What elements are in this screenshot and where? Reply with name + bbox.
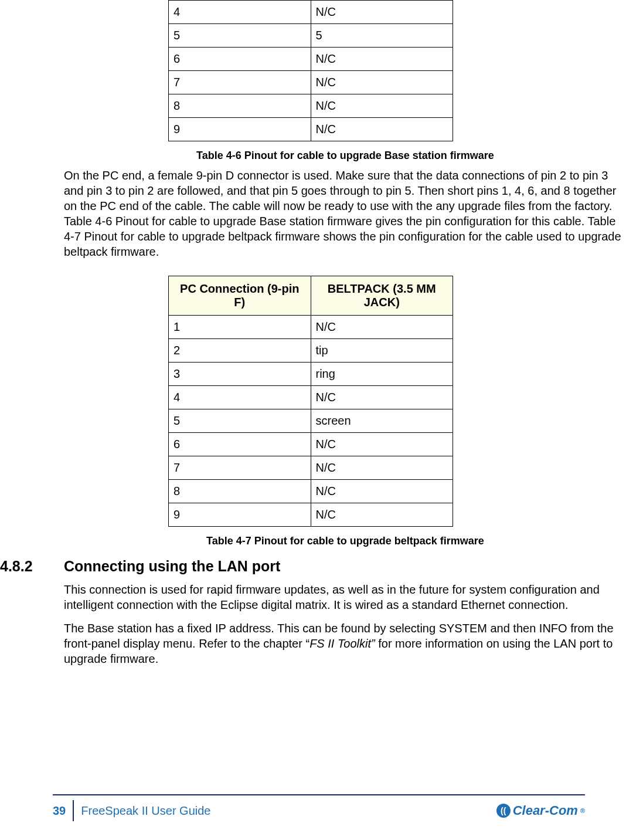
- table-row: 7N/C: [169, 456, 453, 480]
- section-p2-italic: FS II Toolkit”: [309, 637, 375, 650]
- table-cell: N/C: [311, 71, 453, 94]
- table-cell: N/C: [311, 386, 453, 409]
- section-number: 4.8.2: [0, 558, 64, 575]
- table-cell: 5: [169, 409, 311, 433]
- table-cell: N/C: [311, 1, 453, 24]
- table-cell: 8: [169, 480, 311, 503]
- table-cell: 6: [169, 48, 311, 71]
- table-cell: 9: [169, 118, 311, 141]
- table-cell: ring: [311, 363, 453, 386]
- table-cell: 1: [169, 316, 311, 339]
- table-row: 6N/C: [169, 433, 453, 456]
- table-cell: N/C: [311, 316, 453, 339]
- table-cell: 7: [169, 71, 311, 94]
- page-number: 39: [53, 800, 74, 821]
- table-row: 4N/C: [169, 386, 453, 409]
- registered-mark: ®: [580, 807, 585, 814]
- table-row: 9N/C: [169, 118, 453, 141]
- table-row: 8N/C: [169, 480, 453, 503]
- section-paragraph-2: The Base station has a fixed IP address.…: [64, 621, 626, 666]
- table-row: 1N/C: [169, 316, 453, 339]
- table-row: 8N/C: [169, 94, 453, 118]
- section-title: Connecting using the LAN port: [64, 558, 280, 575]
- brand-logo: (( Clear-Com®: [496, 803, 585, 818]
- table-cell: 5: [311, 24, 453, 48]
- guide-title: FreeSpeak II User Guide: [74, 804, 210, 818]
- table-cell: N/C: [311, 503, 453, 527]
- table-row: 9N/C: [169, 503, 453, 527]
- table-cell: 9: [169, 503, 311, 527]
- table-row: 3ring: [169, 363, 453, 386]
- paragraph-1: On the PC end, a female 9-pin D connecto…: [64, 168, 626, 259]
- table-row: 6N/C: [169, 48, 453, 71]
- table-cell: 3: [169, 363, 311, 386]
- table-cell: 7: [169, 456, 311, 480]
- table-cell: 2: [169, 339, 311, 363]
- table-2-header-1: PC Connection (9-pin F): [169, 276, 311, 316]
- table-cell: N/C: [311, 48, 453, 71]
- brand-text: Clear-Com: [513, 803, 578, 818]
- table-cell: tip: [311, 339, 453, 363]
- table-cell: 8: [169, 94, 311, 118]
- page-footer: 39 FreeSpeak II User Guide (( Clear-Com®: [0, 794, 626, 821]
- pinout-table-1: 4N/C556N/C7N/C8N/C9N/C: [168, 0, 453, 141]
- table-cell: N/C: [311, 456, 453, 480]
- table-cell: 6: [169, 433, 311, 456]
- table-cell: N/C: [311, 480, 453, 503]
- table-cell: 4: [169, 386, 311, 409]
- section-paragraph-1: This connection is used for rapid firmwa…: [64, 582, 626, 612]
- table-cell: N/C: [311, 94, 453, 118]
- table-2-caption: Table 4-7 Pinout for cable to upgrade be…: [64, 535, 626, 547]
- table-cell: 4: [169, 1, 311, 24]
- table-row: 2tip: [169, 339, 453, 363]
- table-cell: screen: [311, 409, 453, 433]
- table-cell: 5: [169, 24, 311, 48]
- table-1-caption: Table 4-6 Pinout for cable to upgrade Ba…: [64, 150, 626, 162]
- table-cell: N/C: [311, 118, 453, 141]
- table-row: 7N/C: [169, 71, 453, 94]
- table-2-header-2: BELTPACK (3.5 MM JACK): [311, 276, 453, 316]
- logo-icon: ((: [496, 804, 511, 818]
- table-row: 5screen: [169, 409, 453, 433]
- table-row: 55: [169, 24, 453, 48]
- table-row: 4N/C: [169, 1, 453, 24]
- pinout-table-2: PC Connection (9-pin F) BELTPACK (3.5 MM…: [168, 276, 453, 527]
- table-cell: N/C: [311, 433, 453, 456]
